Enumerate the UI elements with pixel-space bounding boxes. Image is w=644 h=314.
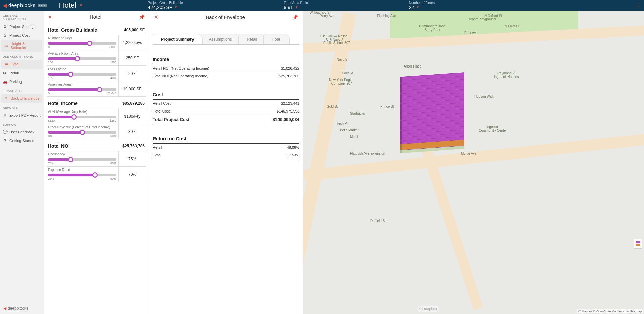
metric-floors[interactable]: Number of Floors 22▼ — [409, 1, 435, 10]
slider-row: Amenities Area 025,048 19,000 SF — [47, 81, 146, 97]
slider-value: 75% — [119, 151, 146, 166]
slider-label: Loss Factor — [48, 67, 116, 71]
row-label: Hotel NOI (Net Operating Income) — [153, 74, 208, 78]
slider-label: Occupancy — [48, 152, 116, 156]
slider-max: 2,000 — [109, 45, 116, 49]
metric-far[interactable]: Floor Area Ratio 9.91▼ — [284, 1, 308, 10]
slider-row: Loss Factor 10%40% 20% — [47, 66, 146, 81]
income-heading: Income — [153, 55, 299, 64]
sidebar-item-parking[interactable]: 🚗Parking — [0, 77, 44, 86]
sidebar-icon: ✎ — [4, 96, 9, 101]
slider-track[interactable] — [48, 42, 116, 45]
road-label: Navy St — [337, 58, 348, 61]
pin-icon[interactable]: 📌 — [292, 15, 298, 20]
road-label: N Elliot Pl — [505, 24, 519, 28]
sidebar-item-height-setbacks[interactable]: ▭Height & Setbacks — [1, 40, 42, 52]
tab-retail[interactable]: Retail — [238, 34, 265, 44]
cost-heading: Cost — [153, 90, 299, 100]
section-value: $85,879,286 — [122, 101, 145, 106]
legend-swatch-retail — [636, 244, 640, 246]
mapbox-logo[interactable]: ⓘ mapbox — [417, 306, 439, 312]
sidebar-icon: ⇩ — [3, 113, 7, 118]
building-3d-model[interactable] — [400, 75, 464, 151]
map-3d-view[interactable]: Flushing AvePark AveTillary StMyrtle Ave… — [303, 11, 644, 314]
slider-label: ADR (Average Daily Rate) — [48, 110, 116, 114]
logo-icon: ◀ — [3, 306, 6, 311]
slider-knob[interactable] — [68, 157, 73, 162]
poi-label: New York Engine Company 207 — [327, 78, 357, 85]
app-header: ◀ deepblocks BETA Hotel ▼ Project Gross … — [0, 0, 644, 11]
close-icon[interactable]: ✕ — [154, 14, 158, 20]
sidebar-footer-logo[interactable]: ◀ deepblocks — [0, 303, 44, 314]
road-label: Hudson Walk — [474, 95, 494, 98]
tab-assumptions[interactable]: Assumptions — [201, 34, 241, 44]
sidebar-item-project-cost[interactable]: $Project Cost — [0, 31, 44, 40]
map-legend[interactable] — [634, 239, 642, 249]
slider-knob[interactable] — [92, 172, 98, 178]
slider-label: Number of Keys — [48, 36, 116, 40]
slider-max: 90% — [110, 177, 116, 180]
slider-knob[interactable] — [80, 130, 85, 135]
slider-track[interactable] — [48, 88, 116, 91]
poi-label: Raymond V. Ingersoll Houses — [491, 71, 521, 79]
section-heading: Hotel Gross Buildable405,000 SF — [47, 23, 146, 35]
slider-knob[interactable] — [68, 72, 73, 77]
sidebar-item-back-of-envelope[interactable]: ✎Back of Envelope — [1, 94, 42, 103]
tab-hotel[interactable]: Hotel — [263, 34, 290, 44]
slider-knob[interactable] — [97, 87, 102, 92]
row-value: 17.53% — [287, 153, 299, 157]
sidebar-item-user-feedback[interactable]: 💬User Feedback — [0, 128, 44, 136]
road-label: Perry Ave — [320, 14, 334, 18]
slider-track[interactable] — [48, 116, 116, 118]
slider-fill — [48, 174, 95, 176]
slider-value: $180/key — [119, 108, 146, 124]
slider-min: 70% — [48, 162, 54, 165]
slider-label: Expense Ratio — [48, 168, 116, 172]
row-value: $1,020,422 — [281, 66, 299, 70]
slider-min: 0 — [48, 45, 50, 49]
slider-knob[interactable] — [71, 114, 77, 120]
slider-value: 30% — [119, 124, 146, 139]
sidebar-section-general: GENERAL ASSUMPTIONS — [0, 11, 44, 22]
map-attribution[interactable]: © Mapbox © OpenStreetMap Improve this ma… — [577, 309, 643, 313]
slider-label: Other Revenue (Percent of Hotel Income) — [48, 125, 116, 129]
road-label: Myrtle Ave — [461, 152, 477, 155]
sidebar-item-retail[interactable]: 🛍Retail — [0, 69, 44, 77]
project-selector[interactable]: Hotel ▼ — [59, 1, 83, 10]
close-icon[interactable]: ✕ — [48, 14, 52, 20]
logo[interactable]: ◀ deepblocks BETA — [3, 2, 47, 9]
slider-track[interactable] — [48, 57, 116, 60]
slider-track[interactable] — [48, 174, 116, 176]
project-name-text: Hotel — [59, 1, 76, 10]
pin-icon[interactable]: 📌 — [139, 14, 145, 20]
poi-label: Citi Bike — Nassau St & Navy St — [320, 34, 350, 42]
row-label: Hotel — [153, 153, 161, 157]
sidebar-item-getting-started[interactable]: ?Getting Started — [0, 136, 44, 145]
slider-track[interactable] — [48, 73, 116, 76]
slider-knob[interactable] — [75, 56, 80, 61]
slider-min: 10% — [48, 76, 54, 80]
hotel-panel: ✕ Hotel 📌 Hotel Gross Buildable405,000 S… — [44, 11, 149, 314]
slider-track[interactable] — [48, 158, 116, 161]
sidebar-icon: 🛍 — [3, 71, 7, 75]
sidebar-item-label: Export PDF Report — [9, 113, 41, 117]
poi-label: Bolla Market — [340, 128, 359, 132]
road-label: Tillary St — [340, 71, 353, 75]
sidebar-item-project-settings[interactable]: ⚙Project Settings — [0, 22, 44, 31]
slider-max: 380 — [111, 61, 116, 64]
kebab-menu-icon[interactable]: ⋮ — [635, 2, 641, 9]
section-name: Hotel NOI — [48, 143, 70, 149]
sidebar-item-export-pdf-report[interactable]: ⇩Export PDF Report — [0, 111, 44, 120]
tab-project-summary[interactable]: Project Summary — [153, 34, 203, 44]
slider-value: 70% — [119, 167, 146, 182]
metric-gross-buildable[interactable]: Project Gross Buildable 424,205 SF▼ — [148, 1, 183, 10]
boe-panel: ✕ Back of Envelope 📌 Project SummaryAssu… — [149, 11, 303, 314]
slider-track[interactable] — [48, 131, 116, 134]
poi-label: Public School 307 — [323, 41, 350, 45]
slider-knob[interactable] — [87, 41, 92, 46]
sidebar-item-hotel[interactable]: 🛏Hotel — [1, 60, 42, 69]
section-name: Hotel Gross Buildable — [48, 27, 97, 33]
boe-row: Retail48.06% — [153, 144, 299, 151]
footer-logo-text: deepblocks — [8, 306, 28, 311]
slider-min: 25% — [48, 177, 54, 180]
